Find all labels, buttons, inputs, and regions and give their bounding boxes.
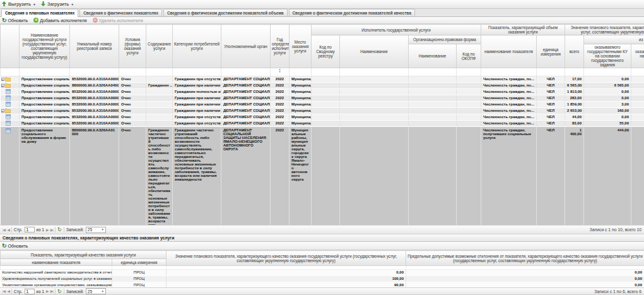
column-header-opf-name[interactable]: Наименование (409, 44, 457, 68)
table-row[interactable]: Предоставление социаль...8532000.99.0.А3… (1, 102, 644, 108)
cell-organ[interactable]: ДЕПАРТАМЕНТ СОЦИАЛЬ... (221, 114, 271, 121)
cell-executor[interactable] (340, 83, 409, 89)
table-icon[interactable] (1, 95, 20, 102)
next-page-icon[interactable]: ▶ (46, 227, 49, 232)
cell-cond[interactable]: Очно (119, 89, 146, 95)
cell-categories[interactable]: Гражданин при наличии ... (173, 95, 221, 102)
cell-place[interactable]: Муниципаль... (290, 102, 312, 108)
cell-extra[interactable] (631, 108, 644, 114)
cell-categories[interactable]: Гражданин полностью ил... (173, 89, 221, 95)
filter-cell[interactable] (631, 68, 644, 76)
cell-unit[interactable]: ЧЕЛ (537, 102, 565, 108)
next-page-icon[interactable]: ▶ (46, 289, 49, 294)
cell-total[interactable]: 44,00 (565, 114, 584, 121)
cell-value[interactable]: 0,00 (167, 270, 406, 276)
cell-cond[interactable]: Очно (119, 76, 146, 83)
cell-unit[interactable]: ПРОЦ (112, 270, 167, 276)
cell-okopf[interactable] (457, 127, 481, 226)
cell-name[interactable]: Предоставление социаль... (20, 121, 70, 127)
year-spinner-icon[interactable]: ▲▼ (277, 68, 283, 73)
refresh-button[interactable]: ↻ Обновить (2, 243, 28, 248)
cell-place[interactable]: Муниципаль... (290, 95, 312, 102)
cell-okopf[interactable] (457, 121, 481, 127)
table-row[interactable]: Укомплектование организации специалистам… (1, 282, 644, 288)
cell-content[interactable]: Гражданин частично утративший способност… (146, 127, 173, 226)
column-header-service-name[interactable]: Наименование государственной услуги (гос… (20, 25, 70, 68)
cell-year[interactable]: 2022 (271, 83, 290, 89)
cell-unit[interactable]: ЧЕЛ (537, 83, 565, 89)
cell-extra[interactable] (631, 89, 644, 95)
cell-indicator[interactable]: Численность граждан, по... (481, 102, 537, 108)
cell-name[interactable]: Удовлетворенность получателей социальных… (1, 276, 112, 282)
cell-categories[interactable]: Гражданин при отсутстви... (173, 121, 221, 127)
column-header-quality-name[interactable]: наименование показателя (1, 259, 112, 266)
column-header-executor-name[interactable]: Наименование (340, 35, 409, 68)
cell-svod[interactable] (312, 121, 340, 127)
cell-deviation[interactable]: 0,00 (406, 282, 644, 288)
column-header-quality-deviation[interactable]: Предельные допустимые возможные отклонен… (406, 251, 644, 266)
column-header-okopf[interactable]: Код по ОКОПФ (457, 44, 481, 68)
cell-by_assignment[interactable]: 444,00 (584, 127, 631, 226)
cell-indicator[interactable]: Численность граждан, по... (481, 121, 537, 127)
cell-executor[interactable] (340, 95, 409, 102)
column-header-by-assignment-2[interactable]: оказываемого государственными КУ на осно… (631, 44, 644, 68)
column-header-conditions[interactable]: Условия (формы) оказания услуги (119, 25, 146, 68)
filter-cell[interactable] (173, 68, 221, 76)
cell-svod[interactable] (312, 76, 340, 83)
cell-content[interactable] (146, 89, 173, 95)
filter-cell[interactable] (290, 68, 312, 76)
remove-executor-button[interactable]: − Удалить исполнителя (93, 18, 143, 23)
cell-reg[interactable]: 8800000.99.0.А326АА04000 (70, 83, 119, 89)
cell-categories[interactable]: Гражданин при отсутстви... (173, 114, 221, 121)
cell-unit[interactable]: ЧЕЛ (537, 95, 565, 102)
cell-name[interactable]: Предоставление социаль... (20, 108, 70, 114)
last-page-icon[interactable]: ▶| (50, 227, 53, 232)
cell-year[interactable]: 2022 (271, 76, 290, 83)
folder-icon[interactable]: + (1, 83, 20, 89)
column-header-total[interactable]: всего (565, 35, 584, 68)
cell-cond[interactable]: Очно (119, 114, 146, 121)
cell-indicator[interactable]: Численность граждан, по... (481, 76, 537, 83)
page-size-select[interactable]: 25 ▼ (86, 227, 106, 233)
cell-place[interactable]: Муниципаль... (290, 121, 312, 127)
column-header-quality-unit[interactable]: единица измерения (112, 259, 167, 266)
cell-unit[interactable]: ПРОЦ (112, 282, 167, 288)
cell-unit[interactable]: ПРОЦ (112, 276, 167, 282)
column-header-authorized-body[interactable]: Уполномоченный орган (221, 25, 271, 68)
column-group-executor[interactable]: Исполнитель государственной услуги (312, 25, 481, 35)
cell-reg[interactable]: 8532000.99.0.А310АА00000 (70, 108, 119, 114)
cell-name[interactable]: Предоставление социаль... (20, 102, 70, 108)
table-row[interactable]: +Предоставление социаль...8532000.99.0.А… (1, 108, 644, 114)
cell-place[interactable]: Муниципаль... (290, 108, 312, 114)
cell-name[interactable]: Предоставление социаль... (20, 114, 70, 121)
cell-svod[interactable] (312, 102, 340, 108)
cell-okopf[interactable] (457, 83, 481, 89)
table-row[interactable]: Предоставление социаль...8532000.99.0.А3… (1, 89, 644, 95)
column-header-quality-value[interactable]: Значение планового показателя, характери… (167, 251, 406, 266)
cell-unit[interactable]: ЧЕЛ (537, 89, 565, 95)
cell-opf_name[interactable] (409, 102, 457, 108)
tab-planned-indicators[interactable]: Сведения о плановых показателях (1, 9, 78, 17)
column-group-iz-nih[interactable]: из них: (584, 35, 644, 44)
table-row[interactable]: +Предоставление социаль...8800000.99.0.А… (1, 83, 644, 89)
cell-okopf[interactable] (457, 76, 481, 83)
cell-total[interactable]: 17,00 (565, 76, 584, 83)
cell-total[interactable]: 283,00 (565, 95, 584, 102)
cell-svod[interactable] (312, 127, 340, 226)
cell-unit[interactable]: ЧЕЛ (537, 108, 565, 114)
refresh-button[interactable]: ↻ Обновить (2, 18, 28, 23)
cell-year[interactable]: 2022 (271, 108, 290, 114)
filter-cell[interactable] (409, 68, 457, 76)
import-button[interactable]: Загрузить ▼ (41, 1, 74, 8)
filter-cell[interactable] (221, 68, 271, 76)
cell-indicator[interactable]: Численность граждан, по... (481, 114, 537, 121)
cell-executor[interactable] (340, 76, 409, 83)
cell-okopf[interactable] (457, 114, 481, 121)
cell-reg[interactable]: 8532000.99.0.А310АА00000 (70, 114, 119, 121)
filter-cell[interactable] (312, 68, 340, 76)
cell-cond[interactable]: Очно (119, 108, 146, 114)
cell-reg[interactable]: 8532000.99.0.А310АА00000 (70, 89, 119, 95)
cell-name[interactable]: Укомплектование организации специалистам… (1, 282, 112, 288)
page-input[interactable] (25, 227, 35, 232)
column-header-by-assignment[interactable]: оказываемого государственными КУ на осно… (584, 44, 631, 68)
